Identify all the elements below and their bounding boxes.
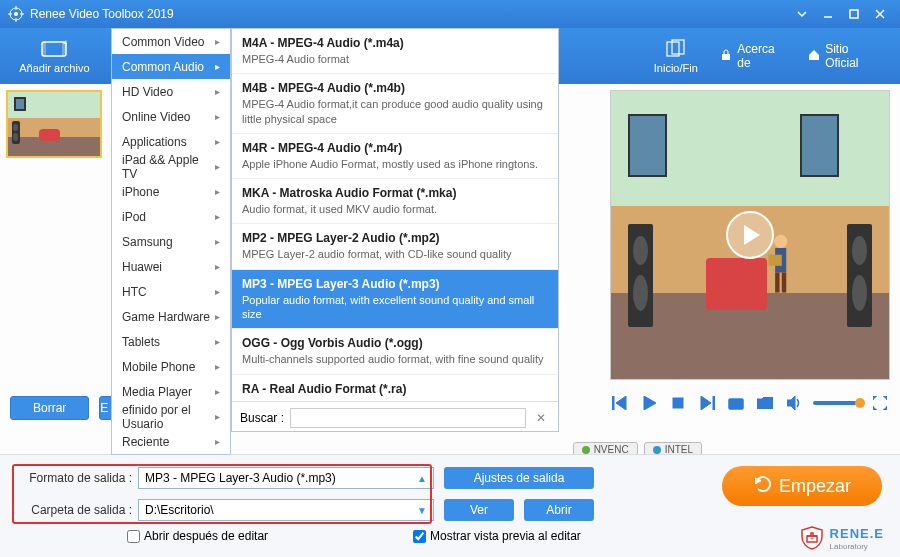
category-item[interactable]: HD Video▸	[112, 79, 230, 104]
about-link[interactable]: Acerca de	[720, 42, 790, 70]
format-item[interactable]: M4B - MPEG-4 Audio (*.m4b)MPEG-4 Audio f…	[232, 74, 558, 134]
category-item[interactable]: efinido por el Usuario▸	[112, 404, 230, 429]
svg-rect-7	[850, 10, 858, 18]
category-item[interactable]: iPad && Apple TV▸	[112, 154, 230, 179]
start-end-button[interactable]: Inicio/Fin	[631, 28, 720, 84]
format-item[interactable]: M4R - MPEG-4 Audio (*.m4r)Apple iPhone A…	[232, 134, 558, 179]
official-site-link[interactable]: Sitio Oficial	[808, 42, 884, 70]
volume-icon[interactable]	[784, 393, 803, 413]
svg-marker-30	[787, 396, 795, 410]
minimize-button[interactable]	[816, 4, 840, 24]
chevron-up-icon: ▲	[417, 473, 427, 484]
format-menu: M4A - MPEG-4 Audio (*.m4a)MPEG-4 Audio f…	[231, 28, 559, 432]
category-item[interactable]: Mobile Phone▸	[112, 354, 230, 379]
shield-icon: +	[800, 526, 824, 550]
svg-rect-25	[673, 398, 683, 408]
add-file-label: Añadir archivo	[19, 62, 89, 74]
search-label: Buscar :	[240, 411, 284, 425]
svg-rect-19	[775, 273, 779, 293]
dropdown-window-button[interactable]	[790, 4, 814, 24]
category-item[interactable]: Huawei▸	[112, 254, 230, 279]
svg-text:+: +	[810, 535, 814, 542]
format-item[interactable]: OGG - Ogg Vorbis Audio (*.ogg)Multi-chan…	[232, 329, 558, 374]
view-button[interactable]: Ver	[444, 499, 514, 521]
svg-rect-11	[42, 42, 46, 56]
category-item[interactable]: Online Video▸	[112, 104, 230, 129]
category-item[interactable]: Common Video▸	[112, 29, 230, 54]
app-logo-icon	[8, 6, 24, 22]
svg-marker-24	[644, 396, 656, 410]
format-item[interactable]: RA - Real Audio Format (*.ra)Stands for …	[232, 375, 558, 401]
brand-name: RENE.E	[830, 526, 884, 541]
fullscreen-button[interactable]	[871, 393, 890, 413]
home-icon	[808, 49, 820, 64]
category-item[interactable]: Applications▸	[112, 129, 230, 154]
svg-point-17	[774, 235, 787, 248]
category-item[interactable]: iPhone▸	[112, 179, 230, 204]
category-item[interactable]: Tablets▸	[112, 329, 230, 354]
svg-marker-26	[701, 396, 711, 410]
svg-rect-27	[713, 396, 715, 410]
output-format-label: Formato de salida :	[12, 471, 138, 485]
svg-text:+: +	[63, 39, 67, 49]
format-item[interactable]: MP3 - MPEG Layer-3 Audio (*.mp3)Popular …	[232, 270, 558, 330]
refresh-icon	[753, 474, 773, 499]
format-search-row: Buscar : ✕	[232, 401, 558, 432]
category-item[interactable]: Common Audio▸	[112, 54, 230, 79]
start-button[interactable]: Empezar	[722, 466, 882, 506]
open-after-checkbox[interactable]: Abrir después de editar	[127, 529, 268, 543]
category-menu: Common Video▸Common Audio▸HD Video▸Onlin…	[111, 28, 231, 455]
add-file-icon: +	[41, 38, 67, 60]
category-item[interactable]: iPod▸	[112, 204, 230, 229]
title-bar: Renee Video Toolbox 2019	[0, 0, 900, 28]
format-item[interactable]: M4A - MPEG-4 Audio (*.m4a)MPEG-4 Audio f…	[232, 29, 558, 74]
play-overlay-icon[interactable]	[726, 211, 774, 259]
category-item[interactable]: Reciente▸	[112, 429, 230, 454]
output-format-select[interactable]: MP3 - MPEG Layer-3 Audio (*.mp3) ▲	[138, 467, 434, 489]
search-input[interactable]	[290, 408, 526, 428]
add-file-button[interactable]: + Añadir archivo	[10, 28, 99, 84]
chevron-down-icon: ▼	[417, 505, 427, 516]
maximize-button[interactable]	[842, 4, 866, 24]
category-item[interactable]: HTC▸	[112, 279, 230, 304]
category-item[interactable]: Game Hardware▸	[112, 304, 230, 329]
format-item[interactable]: MKA - Matroska Audio Format (*.mka)Audio…	[232, 179, 558, 224]
brand-logo: + RENE.E Laboratory	[800, 524, 884, 551]
svg-point-29	[733, 401, 739, 407]
svg-rect-22	[612, 396, 614, 410]
close-button[interactable]	[868, 4, 892, 24]
output-folder-label: Carpeta de salida :	[12, 503, 138, 517]
player-controls	[610, 390, 890, 416]
app-title: Renee Video Toolbox 2019	[30, 7, 174, 21]
stop-button[interactable]	[668, 393, 687, 413]
format-item[interactable]: MP2 - MPEG Layer-2 Audio (*.mp2)MPEG Lay…	[232, 224, 558, 269]
open-button[interactable]: Abrir	[524, 499, 594, 521]
category-item[interactable]: Samsung▸	[112, 229, 230, 254]
output-folder-field[interactable]: D:\Escritorio\ ▼	[138, 499, 434, 521]
start-end-icon	[663, 38, 689, 60]
preview-panel	[610, 90, 890, 380]
svg-rect-16	[722, 54, 730, 60]
show-preview-checkbox[interactable]: Mostrar vista previa al editar	[413, 529, 581, 543]
lock-icon	[720, 49, 732, 64]
delete-button[interactable]: Borrar	[10, 396, 89, 420]
brand-sub: Laboratory	[830, 542, 884, 551]
list-action-buttons: Borrar E	[10, 396, 127, 420]
svg-marker-23	[616, 396, 626, 410]
output-settings-button[interactable]: Ajustes de salida	[444, 467, 594, 489]
play-button[interactable]	[639, 393, 658, 413]
category-item[interactable]: Media Player▸	[112, 379, 230, 404]
format-list[interactable]: M4A - MPEG-4 Audio (*.m4a)MPEG-4 Audio f…	[232, 29, 558, 401]
prev-button[interactable]	[610, 393, 629, 413]
next-button[interactable]	[697, 393, 716, 413]
clear-search-icon[interactable]: ✕	[532, 411, 550, 425]
snapshot-button[interactable]	[726, 393, 745, 413]
open-folder-button[interactable]	[755, 393, 774, 413]
svg-rect-20	[782, 273, 786, 293]
volume-slider[interactable]	[813, 401, 861, 405]
svg-point-1	[14, 12, 18, 16]
preview-image[interactable]	[610, 90, 890, 380]
file-thumbnail[interactable]	[6, 90, 102, 158]
start-end-label: Inicio/Fin	[654, 62, 698, 74]
svg-rect-21	[768, 255, 781, 266]
